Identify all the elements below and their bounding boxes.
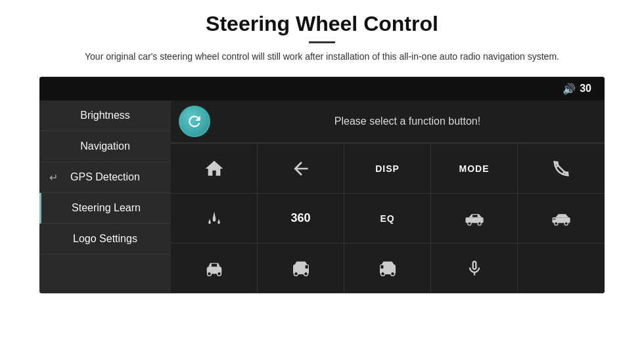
btn-disp[interactable]: DISP: [344, 144, 431, 194]
svg-point-3: [478, 222, 481, 225]
top-bar: 🔊 30: [39, 77, 605, 100]
btn-car-box2[interactable]: [344, 243, 431, 293]
page-title: Steering Wheel Control: [39, 12, 605, 36]
btn-car-front[interactable]: [171, 243, 258, 293]
main-content: Brightness Navigation ↵ GPS Detection St…: [39, 100, 605, 293]
volume-level: 30: [580, 83, 591, 94]
btn-home[interactable]: [171, 144, 258, 194]
cursor-icon: ↵: [49, 171, 58, 184]
svg-point-17: [380, 272, 384, 276]
svg-point-14: [304, 272, 308, 276]
disp-label: DISP: [375, 163, 400, 174]
svg-point-2: [467, 222, 471, 225]
btn-car-box1[interactable]: [258, 243, 344, 293]
sidebar-item-logo-settings[interactable]: Logo Settings: [39, 224, 171, 255]
btn-mode[interactable]: MODE: [431, 144, 518, 194]
btn-car-side2[interactable]: [518, 194, 605, 243]
title-divider: [309, 41, 335, 43]
btn-car-side1[interactable]: [431, 194, 518, 243]
sidebar-item-gps[interactable]: ↵ GPS Detection: [39, 162, 171, 193]
sidebar-item-navigation[interactable]: Navigation: [39, 131, 171, 162]
eq-label: EQ: [380, 213, 394, 224]
sidebar: Brightness Navigation ↵ GPS Detection St…: [39, 100, 171, 293]
ui-box: 🔊 30 Brightness Navigation ↵ GPS Detecti…: [39, 77, 605, 293]
function-bar: Please select a function button!: [171, 100, 605, 143]
svg-point-18: [390, 272, 394, 276]
function-text: Please select a function button!: [218, 116, 597, 127]
refresh-button[interactable]: [179, 106, 210, 137]
svg-point-6: [555, 222, 558, 225]
button-grid: DISP MODE 360: [171, 143, 605, 293]
svg-point-10: [217, 272, 221, 276]
btn-phone-slash[interactable]: [518, 144, 605, 194]
sidebar-item-steering-learn[interactable]: Steering Learn: [39, 193, 171, 224]
mode-label: MODE: [459, 163, 490, 174]
svg-point-7: [564, 222, 568, 225]
360-label: 360: [290, 211, 310, 225]
svg-rect-15: [305, 264, 308, 268]
btn-mic[interactable]: [431, 243, 518, 293]
svg-rect-4: [472, 215, 478, 217]
btn-empty: [518, 243, 605, 293]
volume-icon: 🔊: [563, 83, 576, 95]
btn-eq[interactable]: EQ: [344, 194, 431, 243]
svg-point-9: [207, 272, 211, 276]
right-panel: Please select a function button! DISP: [171, 100, 605, 293]
sidebar-item-brightness[interactable]: Brightness: [39, 100, 171, 131]
btn-360[interactable]: 360: [258, 194, 344, 243]
svg-rect-19: [380, 264, 383, 268]
subtitle-text: Your original car's steering wheel contr…: [72, 50, 572, 64]
svg-point-13: [294, 272, 298, 276]
btn-equalizer[interactable]: [171, 194, 258, 243]
svg-rect-11: [211, 263, 217, 266]
header-section: Steering Wheel Control Your original car…: [0, 0, 644, 70]
btn-back[interactable]: [258, 144, 344, 194]
